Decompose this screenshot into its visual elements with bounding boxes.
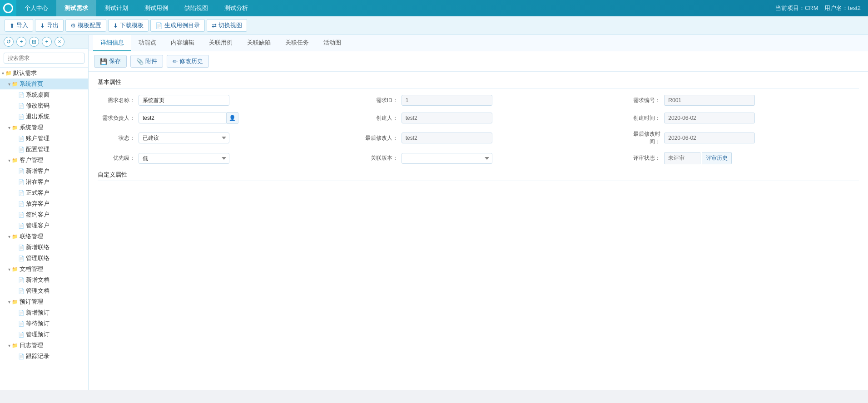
owner-wrap: 👤	[139, 112, 238, 124]
sidebar-search-container	[0, 49, 88, 68]
generate-case-dir-button[interactable]: 📄 生成用例目录	[150, 19, 205, 32]
tree-node-order-mgr[interactable]: ▾📁预订管理	[0, 296, 88, 307]
tree-label: 潜在客户	[26, 178, 50, 186]
tree-node-add-doc[interactable]: 📄新增文档	[0, 275, 88, 285]
tree-node-log-mgr[interactable]: ▾📁日志管理	[0, 340, 88, 351]
tree-label: 预订管理	[20, 298, 43, 306]
export-button[interactable]: ⬇ 导出	[35, 19, 64, 32]
tree-node-sys-pwd[interactable]: 📄修改密码	[0, 100, 88, 111]
tree-node-pending-order[interactable]: 📄等待预订	[0, 318, 88, 329]
priority-label: 优先级：	[98, 154, 139, 162]
tree-node-manage-order[interactable]: 📄管理预订	[0, 329, 88, 340]
download-template-button[interactable]: ⬇ 下载模板	[108, 19, 149, 32]
tree-node-sys-mgr[interactable]: ▾📁系统管理	[0, 122, 88, 133]
nav-personal[interactable]: 个人中心	[16, 0, 56, 16]
tree-node-formal-cust[interactable]: 📄正式客户	[0, 187, 88, 198]
add-node-icon[interactable]: +	[16, 37, 26, 47]
attach-icon: 📎	[136, 58, 144, 65]
folder-icon: 📁	[12, 81, 18, 87]
tab-3[interactable]: 关联用例	[202, 35, 240, 51]
tree-node-sys[interactable]: ▾📁系统首页	[0, 79, 88, 89]
tree-node-add-cust[interactable]: 📄新增客户	[0, 166, 88, 177]
tree-label: 新增文档	[26, 276, 50, 284]
creator-group: 创建人：	[361, 113, 596, 123]
folder-icon: 📁	[12, 157, 18, 163]
nav-test-req[interactable]: 测试需求	[56, 0, 96, 16]
top-nav: 个人中心 测试需求 测试计划 测试用例 缺陷视图 测试分析 当前项目：CRM 用…	[0, 0, 868, 16]
history-button[interactable]: ✏ 修改历史	[167, 55, 209, 68]
switch-icon: ⇄	[212, 22, 217, 29]
file-icon: 📄	[18, 103, 25, 109]
tab-4[interactable]: 关联缺陷	[240, 35, 278, 51]
folder-icon: 📁	[12, 266, 18, 272]
file-icon: 📄	[18, 136, 25, 142]
import-button[interactable]: ⬆ 导入	[5, 19, 33, 32]
tree-node-doc-mgr[interactable]: ▾📁文档管理	[0, 264, 88, 275]
priority-group: 优先级： 低 中 高 紧急	[98, 153, 333, 164]
attach-button[interactable]: 📎 附件	[130, 55, 163, 68]
tree-node-abandon-cust[interactable]: 📄放弃客户	[0, 198, 88, 209]
tree-node-config-mgr[interactable]: 📄配置管理	[0, 144, 88, 155]
grid-icon[interactable]: ⊞	[29, 37, 39, 47]
tree-node-cust-mgr[interactable]: ▾📁客户管理	[0, 155, 88, 166]
search-input[interactable]	[4, 53, 84, 64]
tab-0[interactable]: 详细信息	[93, 35, 131, 51]
tree-node-account-mgr[interactable]: 📄账户管理	[0, 133, 88, 144]
req-name-input[interactable]	[139, 95, 229, 106]
tree-label: 跟踪记录	[26, 352, 50, 360]
assign-owner-button[interactable]: 👤	[227, 112, 238, 124]
tree-node-track-log[interactable]: 📄跟踪记录	[0, 351, 88, 362]
related-version-select[interactable]	[402, 153, 492, 164]
tree-node-root[interactable]: ▾📁默认需求	[0, 68, 88, 79]
tree-node-sys-desk[interactable]: 📄系统桌面	[0, 89, 88, 100]
switch-view-button[interactable]: ⇄ 切换视图	[207, 19, 247, 32]
nav-defect-view[interactable]: 缺陷视图	[176, 0, 216, 16]
nav-test-case[interactable]: 测试用例	[136, 0, 176, 16]
tree-toggle: ▾	[6, 234, 12, 239]
related-version-group: 关联版本：	[361, 153, 596, 164]
add-child-icon[interactable]: +	[42, 37, 52, 47]
tree-node-manage-cust[interactable]: 📄管理客户	[0, 220, 88, 231]
tree-node-manage-contact[interactable]: 📄管理联络	[0, 253, 88, 264]
tree-label: 配置管理	[26, 145, 50, 153]
tab-5[interactable]: 关联任务	[278, 35, 316, 51]
tree-label: 日志管理	[20, 341, 43, 349]
delete-node-icon[interactable]: ×	[55, 37, 64, 47]
tree-node-contact-mgr[interactable]: ▾📁联络管理	[0, 231, 88, 242]
sidebar-action-row: ↺ + ⊞ + ×	[0, 35, 88, 49]
tree-node-contract-cust[interactable]: 📄签约客户	[0, 209, 88, 220]
tree-node-sys-exit[interactable]: 📄退出系统	[0, 111, 88, 122]
tree-node-potential-cust[interactable]: 📄潜在客户	[0, 177, 88, 187]
tree-label: 系统管理	[20, 123, 43, 132]
file-icon: 📄	[18, 245, 25, 251]
file-icon: 📄	[18, 223, 25, 229]
owner-input[interactable]	[139, 113, 227, 123]
last-modifier-label: 最后修改人：	[361, 134, 402, 142]
template-config-button[interactable]: ⚙ 模板配置	[65, 19, 106, 32]
tree-label: 联络管理	[20, 232, 43, 241]
tab-6[interactable]: 活动图	[316, 35, 348, 51]
refresh-icon[interactable]: ↺	[4, 37, 14, 47]
file-icon: 📄	[18, 212, 25, 218]
save-button[interactable]: 💾 保存	[94, 55, 127, 68]
tree-node-add-order[interactable]: 📄新增预订	[0, 307, 88, 318]
file-icon: 📄	[18, 321, 25, 327]
review-history-button[interactable]: 评审历史	[702, 152, 732, 164]
tab-1[interactable]: 功能点	[131, 35, 164, 51]
file-icon: 📄	[18, 168, 25, 174]
status-select[interactable]: 已建议 已确认 已完成 已拒绝	[139, 133, 229, 143]
tree-node-manage-doc[interactable]: 📄管理文档	[0, 285, 88, 296]
tree-label: 修改密码	[26, 102, 50, 110]
tree-toggle: ▾	[6, 158, 12, 163]
tree-node-add-contact[interactable]: 📄新增联络	[0, 242, 88, 253]
priority-select[interactable]: 低 中 高 紧急	[139, 153, 229, 164]
nav-test-analysis[interactable]: 测试分析	[216, 0, 256, 16]
nav-test-plan[interactable]: 测试计划	[96, 0, 136, 16]
detail-toolbar: 💾 保存 📎 附件 ✏ 修改历史	[89, 51, 868, 72]
tree-label: 管理联络	[26, 254, 50, 262]
last-modify-time-input	[664, 133, 755, 143]
current-user: 用户名：test2	[824, 5, 861, 11]
file-icon: 📄	[18, 201, 25, 207]
req-no-input	[664, 95, 755, 106]
tab-2[interactable]: 内容编辑	[164, 35, 202, 51]
